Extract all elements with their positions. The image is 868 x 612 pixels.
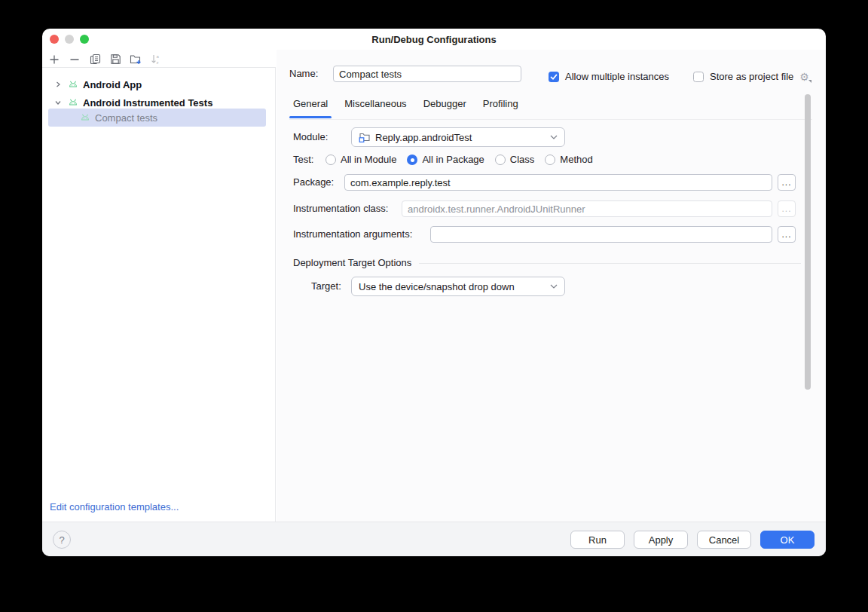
remove-icon[interactable] — [69, 54, 81, 66]
run-debug-configurations-dialog: Run/Debug Configurations — [42, 29, 826, 556]
radio-off-icon — [495, 155, 506, 165]
radio-label: All in Package — [422, 151, 484, 168]
chevron-down-icon[interactable] — [54, 99, 62, 106]
radio-class[interactable]: Class — [495, 151, 535, 168]
android-icon — [80, 112, 90, 123]
chevron-down-icon — [550, 284, 558, 289]
radio-method[interactable]: Method — [545, 151, 592, 168]
sidebar-item-android-app[interactable]: Android App — [42, 75, 275, 93]
apply-button[interactable]: Apply — [634, 531, 688, 549]
instrumentation-class-browse-button: ... — [778, 200, 796, 217]
section-title: Deployment Target Options — [293, 255, 411, 271]
section-divider — [419, 263, 801, 264]
svg-text:z: z — [156, 60, 158, 65]
package-input[interactable] — [344, 174, 772, 191]
action-buttons: Run Apply Cancel OK — [570, 531, 815, 549]
name-label: Name: — [289, 66, 318, 82]
dialog-footer: ? Run Apply Cancel OK — [42, 522, 826, 556]
module-dropdown[interactable]: Reply.app.androidTest — [351, 127, 565, 147]
radio-all-in-module[interactable]: All in Module — [326, 151, 396, 168]
name-input[interactable] — [333, 66, 521, 82]
tree-item-label: Android App — [83, 79, 142, 90]
add-icon[interactable] — [48, 54, 60, 66]
tree-item-label: Compact tests — [95, 112, 157, 124]
allow-multiple-instances-checkbox[interactable]: Allow multiple instances — [549, 69, 669, 85]
checkbox-checked-icon — [549, 72, 559, 82]
package-browse-button[interactable]: ... — [778, 174, 796, 191]
tab-debugger[interactable]: Debugger — [415, 98, 475, 118]
radio-label: Method — [560, 151, 592, 168]
android-icon — [68, 79, 78, 90]
chevron-right-icon[interactable] — [54, 81, 62, 88]
titlebar: Run/Debug Configurations — [42, 29, 826, 50]
test-radio-group: All in Module All in Package Class Metho… — [326, 151, 593, 168]
checkbox-label: Allow multiple instances — [565, 69, 669, 85]
instrumentation-arguments-browse-button[interactable]: ... — [778, 226, 796, 243]
edit-configuration-templates-link[interactable]: Edit configuration templates... — [50, 501, 179, 513]
sidebar-item-compact-tests[interactable]: Compact tests — [48, 109, 266, 127]
radio-off-icon — [545, 155, 555, 165]
cancel-button[interactable]: Cancel — [697, 531, 751, 549]
target-label: Target: — [311, 278, 341, 295]
tab-miscellaneous[interactable]: Miscellaneous — [336, 98, 414, 118]
configurations-tree-panel: Android App Android Instrumented Tests — [42, 68, 276, 522]
svg-text:a: a — [156, 54, 159, 59]
instrumentation-class-input — [402, 200, 772, 217]
ok-button[interactable]: OK — [760, 531, 815, 549]
store-as-project-file-checkbox[interactable]: Store as project file ⚙ — [693, 69, 809, 85]
vertical-scrollbar[interactable] — [805, 94, 811, 390]
checkbox-unchecked-icon — [693, 72, 704, 82]
module-folder-icon — [359, 131, 371, 143]
radio-on-icon — [407, 155, 417, 165]
run-button[interactable]: Run — [570, 531, 625, 549]
checkbox-label: Store as project file — [710, 69, 793, 85]
tree-item-label: Android Instrumented Tests — [83, 97, 212, 109]
window-title: Run/Debug Configurations — [42, 34, 826, 45]
save-icon[interactable] — [109, 54, 121, 66]
package-label: Package: — [293, 174, 334, 191]
new-folder-icon[interactable] — [130, 54, 142, 66]
copy-icon[interactable] — [89, 54, 101, 66]
instrumentation-class-label: Instrumentation class: — [293, 200, 388, 217]
target-dropdown[interactable]: Use the device/snapshot drop down — [351, 277, 565, 296]
tab-separator — [289, 119, 812, 120]
radio-label: Class — [510, 151, 535, 168]
module-label: Module: — [293, 129, 328, 145]
tab-bar: General Miscellaneous Debugger Profiling — [285, 98, 527, 118]
chevron-down-icon — [550, 135, 558, 139]
radio-label: All in Module — [341, 151, 396, 168]
module-value: Reply.app.androidTest — [375, 132, 546, 143]
radio-off-icon — [326, 155, 336, 165]
deployment-target-options-section: Deployment Target Options — [293, 255, 801, 271]
test-label: Test: — [293, 151, 313, 168]
tab-profiling[interactable]: Profiling — [475, 98, 527, 118]
gear-icon[interactable]: ⚙ — [799, 72, 809, 82]
tab-general[interactable]: General — [285, 98, 336, 118]
android-icon — [68, 97, 78, 108]
radio-all-in-package[interactable]: All in Package — [407, 151, 484, 168]
sort-alphabetically-icon[interactable]: a z — [150, 54, 162, 66]
instrumentation-arguments-input[interactable] — [430, 226, 772, 243]
configurations-toolbar: a z — [42, 51, 276, 68]
help-button[interactable]: ? — [53, 531, 71, 549]
target-value: Use the device/snapshot drop down — [359, 281, 546, 292]
instrumentation-arguments-label: Instrumentation arguments: — [293, 226, 412, 243]
